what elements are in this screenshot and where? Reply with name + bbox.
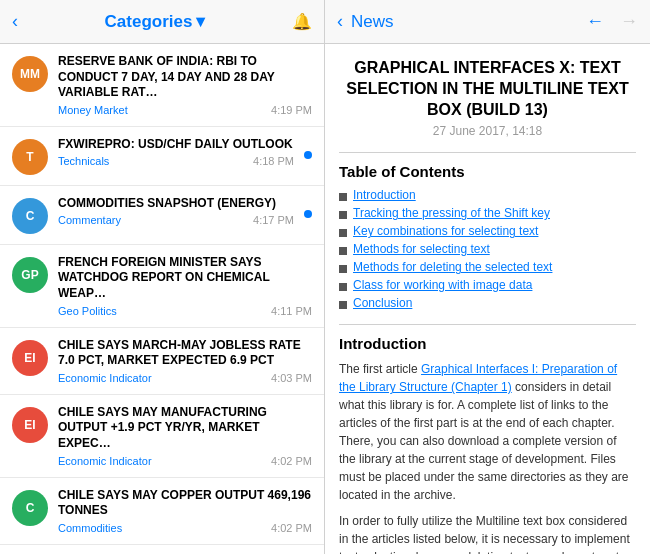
news-item-title: FRENCH FOREIGN MINISTER SAYS WATCHDOG RE… <box>58 255 312 302</box>
news-category-label: Geo Politics <box>58 305 117 317</box>
toc-list: IntroductionTracking the pressing of the… <box>339 188 636 310</box>
toc-item: Tracking the pressing of the Shift key <box>339 206 636 220</box>
intro-heading: Introduction <box>339 335 636 352</box>
article-link-1[interactable]: Graphical Interfaces I: Preparation of t… <box>339 362 617 394</box>
avatar: C <box>12 490 48 526</box>
article-title: GRAPHICAL INTERFACES X: TEXT SELECTION I… <box>339 58 636 120</box>
section-divider-2 <box>339 324 636 325</box>
list-item[interactable]: TFxWirePro: USD/CHF Daily outlookTechnic… <box>0 127 324 186</box>
news-item-content: RESERVE BANK OF INDIA: RBI TO CONDUCT 7 … <box>58 54 312 116</box>
news-item-title: Commodities snapshot (energy) <box>58 196 294 212</box>
avatar: C <box>12 198 48 234</box>
article-content: GRAPHICAL INTERFACES X: TEXT SELECTION I… <box>325 44 650 554</box>
avatar: EI <box>12 407 48 443</box>
notification-icon[interactable]: 🔔 <box>292 12 312 31</box>
back-button-left[interactable]: ‹ <box>12 11 18 32</box>
toc-link[interactable]: Conclusion <box>353 296 412 310</box>
toc-bullet-icon <box>339 229 347 237</box>
article-navigation: ← → <box>586 11 638 32</box>
list-item[interactable]: EICHILE SAYS MARCH-MAY JOBLESS RATE 7.0 … <box>0 328 324 395</box>
news-category-label: Commodities <box>58 522 122 534</box>
news-item-content: CHILE SAYS MARCH-MAY JOBLESS RATE 7.0 PC… <box>58 338 312 384</box>
news-item-meta: Technicals4:18 PM <box>58 155 294 167</box>
section-divider <box>339 152 636 153</box>
news-item-content: Commodities snapshot (energy)Commentary4… <box>58 196 294 227</box>
news-item-meta: Economic Indicator4:02 PM <box>58 455 312 467</box>
toc-item: Class for working with image data <box>339 278 636 292</box>
news-time-label: 4:02 PM <box>271 522 312 534</box>
list-item[interactable]: CCommodities snapshot (energy)Commentary… <box>0 186 324 245</box>
avatar: MM <box>12 56 48 92</box>
avatar: T <box>12 139 48 175</box>
back-button-right[interactable]: ‹ <box>337 11 343 32</box>
list-item[interactable]: CCHILE SAYS MAY COPPER OUTPUT 469,196 TO… <box>0 478 324 545</box>
intro-para-1: The first article Graphical Interfaces I… <box>339 360 636 504</box>
toc-bullet-icon <box>339 247 347 255</box>
left-header: ‹ Categories ▾ 🔔 <box>0 0 324 44</box>
intro-para-2: In order to fully utilize the Multiline … <box>339 512 636 554</box>
news-list: MMRESERVE BANK OF INDIA: RBI TO CONDUCT … <box>0 44 324 554</box>
news-category-label: Money Market <box>58 104 128 116</box>
toc-bullet-icon <box>339 265 347 273</box>
toc-bullet-icon <box>339 193 347 201</box>
toc-bullet-icon <box>339 211 347 219</box>
news-item-title: RESERVE BANK OF INDIA: RBI TO CONDUCT 7 … <box>58 54 312 101</box>
unread-dot-icon <box>304 210 312 218</box>
news-item-meta: Economic Indicator4:03 PM <box>58 372 312 384</box>
news-item-meta: Commentary4:17 PM <box>58 214 294 226</box>
toc-heading: Table of Contents <box>339 163 636 180</box>
news-item-content: FRENCH FOREIGN MINISTER SAYS WATCHDOG RE… <box>58 255 312 317</box>
unread-dot-icon <box>304 151 312 159</box>
news-item-title: FxWirePro: USD/CHF Daily outlook <box>58 137 294 153</box>
toc-item: Key combinations for selecting text <box>339 224 636 238</box>
news-item-meta: Commodities4:02 PM <box>58 522 312 534</box>
news-time-label: 4:11 PM <box>271 305 312 317</box>
news-time-label: 4:17 PM <box>253 214 294 226</box>
news-time-label: 4:02 PM <box>271 455 312 467</box>
news-item-meta: Money Market4:19 PM <box>58 104 312 116</box>
toc-link[interactable]: Introduction <box>353 188 416 202</box>
avatar: GP <box>12 257 48 293</box>
toc-item: Introduction <box>339 188 636 202</box>
toc-link[interactable]: Class for working with image data <box>353 278 532 292</box>
news-item-content: CHILE SAYS MAY MANUFACTURING OUTPUT +1.9… <box>58 405 312 467</box>
toc-link[interactable]: Methods for deleting the selected text <box>353 260 552 274</box>
left-panel: ‹ Categories ▾ 🔔 MMRESERVE BANK OF INDIA… <box>0 0 325 554</box>
toc-link[interactable]: Key combinations for selecting text <box>353 224 538 238</box>
categories-arrow-icon[interactable]: ▾ <box>196 11 205 32</box>
toc-item: Methods for selecting text <box>339 242 636 256</box>
news-header-title: News <box>351 12 578 32</box>
categories-label: Categories <box>105 12 193 32</box>
toc-bullet-icon <box>339 301 347 309</box>
list-item[interactable]: GPFRENCH FOREIGN MINISTER SAYS WATCHDOG … <box>0 245 324 328</box>
next-article-button[interactable]: → <box>620 11 638 32</box>
news-time-label: 4:03 PM <box>271 372 312 384</box>
avatar: EI <box>12 340 48 376</box>
list-item[interactable]: MMRESERVE BANK OF INDIA: RBI TO CONDUCT … <box>0 44 324 127</box>
news-item-title: CHILE SAYS MARCH-MAY JOBLESS RATE 7.0 PC… <box>58 338 312 369</box>
news-item-content: FxWirePro: USD/CHF Daily outlookTechnica… <box>58 137 294 168</box>
news-item-content: CHILE SAYS MAY COPPER OUTPUT 469,196 TON… <box>58 488 312 534</box>
news-category-label: Technicals <box>58 155 109 167</box>
news-time-label: 4:19 PM <box>271 104 312 116</box>
news-item-title: CHILE SAYS MAY COPPER OUTPUT 469,196 TON… <box>58 488 312 519</box>
toc-bullet-icon <box>339 283 347 291</box>
toc-item: Conclusion <box>339 296 636 310</box>
right-panel: ‹ News ← → GRAPHICAL INTERFACES X: TEXT … <box>325 0 650 554</box>
news-category-label: Economic Indicator <box>58 372 152 384</box>
toc-item: Methods for deleting the selected text <box>339 260 636 274</box>
categories-title: Categories ▾ <box>105 11 206 32</box>
intro-section: Introduction The first article Graphical… <box>339 335 636 554</box>
list-item[interactable]: MMPOLAND'S FINANCE MINISTRY SAYS 1-2 SWI… <box>0 545 324 554</box>
prev-article-button[interactable]: ← <box>586 11 604 32</box>
news-category-label: Commentary <box>58 214 121 226</box>
news-item-meta: Geo Politics4:11 PM <box>58 305 312 317</box>
toc-link[interactable]: Tracking the pressing of the Shift key <box>353 206 550 220</box>
toc-link[interactable]: Methods for selecting text <box>353 242 490 256</box>
article-date: 27 June 2017, 14:18 <box>339 124 636 138</box>
news-item-title: CHILE SAYS MAY MANUFACTURING OUTPUT +1.9… <box>58 405 312 452</box>
list-item[interactable]: EICHILE SAYS MAY MANUFACTURING OUTPUT +1… <box>0 395 324 478</box>
news-time-label: 4:18 PM <box>253 155 294 167</box>
right-header: ‹ News ← → <box>325 0 650 44</box>
news-category-label: Economic Indicator <box>58 455 152 467</box>
